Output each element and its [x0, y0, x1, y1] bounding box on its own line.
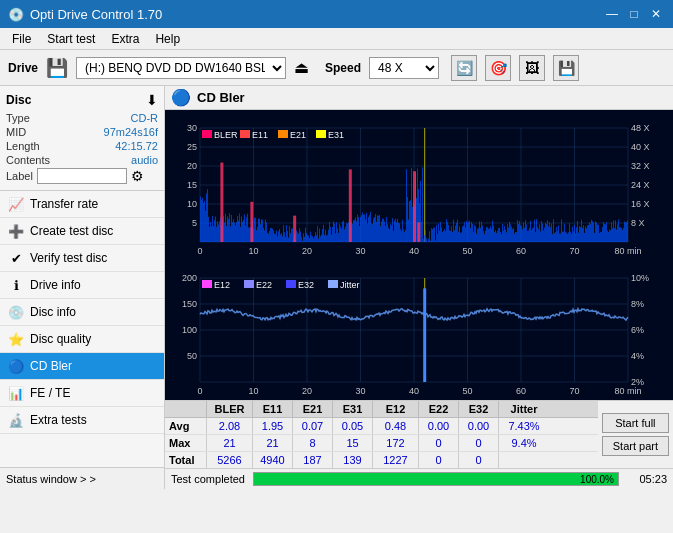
transfer-rate-icon: 📈 [8, 196, 24, 212]
menu-file[interactable]: File [4, 30, 39, 48]
sidebar-item-disc-info[interactable]: 💿 Disc info [0, 299, 164, 326]
stats-data: BLER E11 E21 E31 E12 E22 E32 Jitter Avg … [165, 401, 598, 468]
sidebar-item-transfer-rate[interactable]: 📈 Transfer rate [0, 191, 164, 218]
stats-max-bler: 21 [207, 435, 253, 451]
sidebar-item-disc-quality[interactable]: ⭐ Disc quality [0, 326, 164, 353]
stats-total-e11: 4940 [253, 452, 293, 468]
sidebar-label-extra-tests: Extra tests [30, 413, 87, 427]
content-area: 🔵 CD Bler BLER E11 E21 E31 E12 E22 E32 [165, 86, 673, 489]
toolbar-icon-4[interactable]: 💾 [553, 55, 579, 81]
disc-length-value: 42:15.72 [115, 140, 158, 152]
stats-max-label: Max [165, 435, 207, 451]
menu-start-test[interactable]: Start test [39, 30, 103, 48]
disc-quality-icon: ⭐ [8, 331, 24, 347]
eject-icon[interactable]: ⏏ [294, 58, 309, 77]
minimize-button[interactable]: — [603, 5, 621, 23]
disc-title: Disc [6, 93, 31, 107]
stats-col-e22: E22 [419, 401, 459, 417]
stats-max-e22: 0 [419, 435, 459, 451]
stats-col-e12: E12 [373, 401, 419, 417]
stats-col-label [165, 401, 207, 417]
time-display: 05:23 [627, 473, 667, 485]
stats-avg-label: Avg [165, 418, 207, 434]
disc-length-label: Length [6, 140, 40, 152]
drivebar: Drive 💾 (H:) BENQ DVD DD DW1640 BSLB ⏏ S… [0, 50, 673, 86]
sidebar-label-disc-quality: Disc quality [30, 332, 91, 346]
drive-icon: 💾 [46, 57, 68, 79]
disc-label-label: Label [6, 170, 33, 182]
statusbar: Test completed 100.0% 05:23 [165, 468, 673, 489]
sidebar-item-verify-test-disc[interactable]: ✔ Verify test disc [0, 245, 164, 272]
disc-contents-value: audio [131, 154, 158, 166]
drive-info-icon: ℹ [8, 277, 24, 293]
disc-header: Disc ⬇ [6, 92, 158, 108]
sidebar-item-create-test-disc[interactable]: ➕ Create test disc [0, 218, 164, 245]
titlebar-controls: — □ ✕ [603, 5, 665, 23]
menubar: File Start test Extra Help [0, 28, 673, 50]
sidebar-menu: 📈 Transfer rate ➕ Create test disc ✔ Ver… [0, 191, 164, 434]
stats-avg-jitter: 7.43% [499, 418, 549, 434]
toolbar-icon-1[interactable]: 🔄 [451, 55, 477, 81]
stats-total-e22: 0 [419, 452, 459, 468]
sidebar-label-fe-te: FE / TE [30, 386, 70, 400]
chart-top [165, 110, 673, 260]
sidebar-label-create-test-disc: Create test disc [30, 224, 113, 238]
status-window-label: Status window > > [6, 473, 96, 485]
disc-type-row: Type CD-R [6, 112, 158, 124]
start-part-button[interactable]: Start part [602, 436, 669, 456]
menu-extra[interactable]: Extra [103, 30, 147, 48]
sidebar-item-fe-te[interactable]: 📊 FE / TE [0, 380, 164, 407]
sidebar-label-transfer-rate: Transfer rate [30, 197, 98, 211]
drive-select[interactable]: (H:) BENQ DVD DD DW1640 BSLB [76, 57, 286, 79]
titlebar-left: 💿 Opti Drive Control 1.70 [8, 7, 162, 22]
stats-avg-e22: 0.00 [419, 418, 459, 434]
disc-label-input[interactable] [37, 168, 127, 184]
stats-total-jitter [499, 452, 549, 468]
stats-col-e31: E31 [333, 401, 373, 417]
disc-mid-row: MID 97m24s16f [6, 126, 158, 138]
progress-text: 100.0% [580, 473, 614, 487]
sidebar-label-disc-info: Disc info [30, 305, 76, 319]
sidebar-item-cd-bler[interactable]: 🔵 CD Bler [0, 353, 164, 380]
create-test-disc-icon: ➕ [8, 223, 24, 239]
close-button[interactable]: ✕ [647, 5, 665, 23]
stats-total-e31: 139 [333, 452, 373, 468]
speed-select[interactable]: 48 X [369, 57, 439, 79]
stats-max-jitter: 9.4% [499, 435, 549, 451]
toolbar-icon-2[interactable]: 🎯 [485, 55, 511, 81]
stats-max-e21: 8 [293, 435, 333, 451]
stats-avg-e21: 0.07 [293, 418, 333, 434]
stats-total-e21: 187 [293, 452, 333, 468]
sidebar-item-drive-info[interactable]: ℹ Drive info [0, 272, 164, 299]
cdbler-title: CD Bler [197, 90, 245, 105]
progress-bar-container: 100.0% [253, 472, 619, 486]
menu-help[interactable]: Help [147, 30, 188, 48]
disc-mid-value: 97m24s16f [104, 126, 158, 138]
sidebar-label-drive-info: Drive info [30, 278, 81, 292]
disc-collapse-icon[interactable]: ⬇ [146, 92, 158, 108]
stats-buttons: Start full Start part [598, 401, 673, 468]
drive-label: Drive [8, 61, 38, 75]
main: Disc ⬇ Type CD-R MID 97m24s16f Length 42… [0, 86, 673, 489]
stats-total-bler: 5266 [207, 452, 253, 468]
stats-total-e32: 0 [459, 452, 499, 468]
chart-bottom [165, 260, 673, 400]
status-window-button[interactable]: Status window > > [0, 467, 164, 489]
start-full-button[interactable]: Start full [602, 413, 669, 433]
stats-total-label: Total [165, 452, 207, 468]
maximize-button[interactable]: □ [625, 5, 643, 23]
toolbar-icon-3[interactable]: 🖼 [519, 55, 545, 81]
disc-label-icon[interactable]: ⚙ [131, 168, 144, 184]
sidebar-item-extra-tests[interactable]: 🔬 Extra tests [0, 407, 164, 434]
extra-tests-icon: 🔬 [8, 412, 24, 428]
disc-label-row: Label ⚙ [6, 168, 158, 184]
speed-label: Speed [325, 61, 361, 75]
disc-length-row: Length 42:15.72 [6, 140, 158, 152]
progress-bar [254, 473, 618, 485]
sidebar-label-cd-bler: CD Bler [30, 359, 72, 373]
disc-contents-label: Contents [6, 154, 50, 166]
stats-max-e11: 21 [253, 435, 293, 451]
sidebar: Disc ⬇ Type CD-R MID 97m24s16f Length 42… [0, 86, 165, 489]
cdbler-icon: 🔵 [171, 88, 191, 107]
cdbler-header: 🔵 CD Bler [165, 86, 673, 110]
